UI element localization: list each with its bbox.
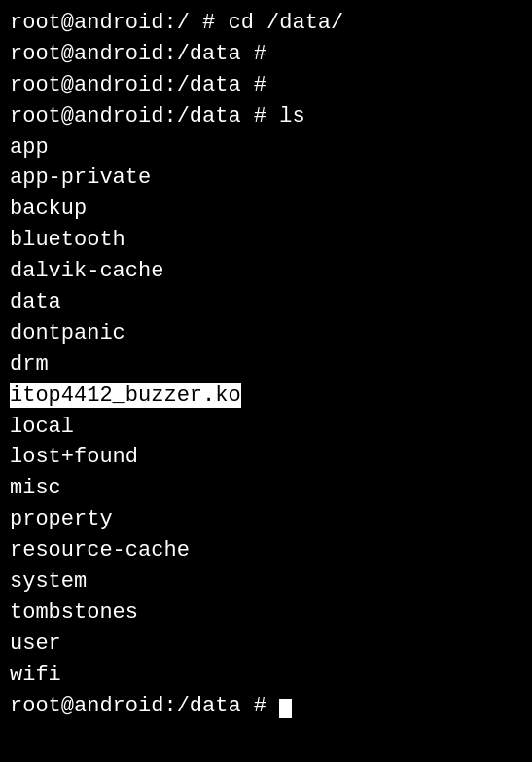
terminal-line: user: [10, 629, 522, 660]
terminal-line: drm: [10, 349, 522, 381]
terminal-line: wifi: [10, 660, 522, 691]
terminal-line: property: [10, 504, 522, 535]
terminal-line: root@android:/ # cd /data/: [10, 8, 522, 39]
terminal-line: lost+found: [10, 442, 522, 473]
terminal-line: root@android:/data #: [10, 39, 522, 70]
terminal-line: root@android:/data #: [10, 691, 522, 722]
terminal-line: backup: [10, 194, 522, 225]
terminal-line: itop4412_buzzer.ko: [10, 381, 522, 412]
terminal-line: app-private: [10, 163, 522, 194]
terminal-line: misc: [10, 473, 522, 504]
terminal-line: dontpanic: [10, 318, 522, 349]
terminal-line: tombstones: [10, 598, 522, 629]
terminal-line: local: [10, 412, 522, 443]
terminal-line: root@android:/data # ls: [10, 101, 522, 132]
terminal-line: root@android:/data #: [10, 70, 522, 101]
terminal-line: dalvik-cache: [10, 256, 522, 287]
terminal-line: data: [10, 287, 522, 318]
terminal-line: system: [10, 566, 522, 598]
terminal-line: app: [10, 132, 522, 163]
terminal-window[interactable]: root@android:/ # cd /data/root@android:/…: [0, 0, 532, 762]
terminal-line: resource-cache: [10, 535, 522, 566]
terminal-line: bluetooth: [10, 225, 522, 256]
terminal-cursor: [279, 699, 292, 718]
